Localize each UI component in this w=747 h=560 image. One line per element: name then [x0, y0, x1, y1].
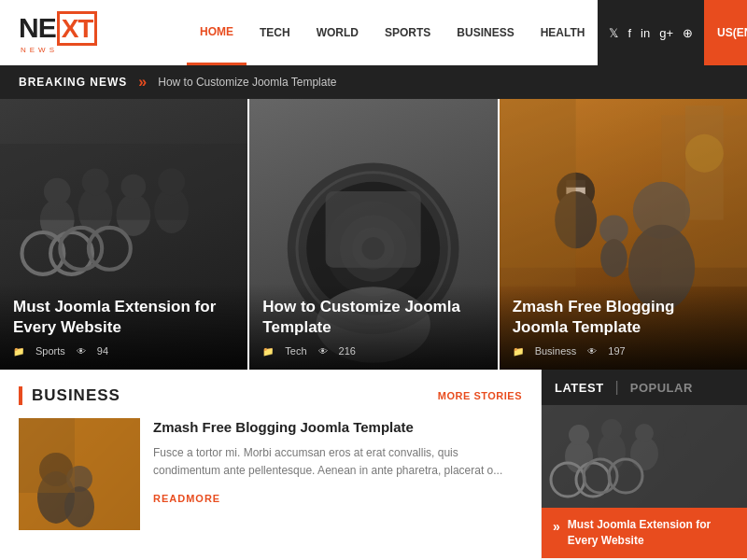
sidebar: LATEST | POPULAR — [542, 370, 747, 560]
tab-popular[interactable]: POPULAR — [630, 381, 693, 395]
svg-rect-20 — [326, 191, 421, 268]
hero-card-1-category: Sports — [35, 345, 65, 357]
svg-point-47 — [635, 424, 654, 442]
readmore-link[interactable]: READMORE — [153, 493, 220, 504]
folder-icon-2: 📁 — [262, 346, 274, 357]
facebook-icon[interactable]: f — [627, 26, 631, 40]
business-section: BUSINESS MORE STORIES Zmash Free Bloggin… — [0, 370, 542, 560]
breaking-news-text[interactable]: How to Customize Joomla Template — [158, 76, 336, 89]
svg-point-43 — [569, 425, 589, 445]
hero-card-2-category: Tech — [285, 345, 306, 357]
more-stories-link[interactable]: MORE STORIES — [438, 390, 522, 401]
svg-point-49 — [667, 417, 687, 438]
svg-point-32 — [685, 134, 724, 173]
hero-card-1[interactable]: Must Joomla Extension for Every Website … — [0, 99, 249, 370]
sidebar-divider: | — [615, 379, 619, 396]
hero-section: Must Joomla Extension for Every Website … — [0, 99, 747, 370]
hero-card-2-views: 216 — [339, 345, 356, 357]
language-button[interactable]: US(EN) ▼ — [704, 0, 747, 65]
main-nav: HOME TECH WORLD SPORTS BUSINESS HEALTH — [187, 0, 598, 65]
sidebar-story-title: Must Joomla Extension for Every Website — [568, 517, 736, 549]
twitter-icon[interactable]: 𝕏 — [609, 26, 618, 40]
google-plus-icon[interactable]: g+ — [659, 26, 673, 40]
sidebar-arrow-icon: » — [553, 519, 560, 534]
article-content: Zmash Free Blogging Joomla Template Fusc… — [153, 418, 522, 530]
logo-subtext: NEWS — [21, 46, 168, 54]
breaking-label: BREAKING NEWS — [19, 76, 127, 89]
nav-item-sports[interactable]: SPORTS — [372, 0, 444, 65]
hero-card-2[interactable]: How to Customize Joomla Template 📁 Tech … — [249, 99, 499, 370]
business-header: BUSINESS MORE STORIES — [19, 386, 522, 405]
hero-card-3-title: Zmash Free Blogging Joomla Template — [513, 297, 734, 338]
folder-icon: 📁 — [13, 346, 24, 357]
hero-card-2-title: How to Customize Joomla Template — [262, 297, 484, 338]
article-excerpt: Fusce a tortor mi. Morbi accumsan eros a… — [153, 444, 522, 480]
svg-point-28 — [600, 239, 627, 277]
language-label: US(EN) — [717, 26, 747, 39]
svg-point-11 — [89, 228, 131, 270]
breaking-arrows-icon: » — [138, 74, 147, 91]
svg-point-45 — [601, 419, 622, 440]
nav-item-health[interactable]: HEALTH — [528, 0, 599, 65]
logo: NEXT NEWS — [0, 0, 187, 65]
nav-item-business[interactable]: BUSINESS — [444, 0, 527, 65]
hero-card-1-views: 94 — [97, 345, 108, 357]
logo-text: NEXT — [19, 12, 97, 44]
hero-card-3-category: Business — [535, 345, 577, 357]
sidebar-header: LATEST | POPULAR — [542, 370, 747, 405]
eye-icon-2: 👁 — [318, 346, 328, 357]
svg-rect-12 — [0, 144, 247, 220]
hero-card-1-title: Must Joomla Extension for Every Website — [13, 297, 234, 338]
sidebar-image[interactable] — [542, 405, 747, 508]
hero-card-3[interactable]: Zmash Free Blogging Joomla Template 📁 Bu… — [500, 99, 747, 370]
linkedin-icon[interactable]: in — [641, 26, 650, 40]
article-thumbnail[interactable] — [19, 418, 140, 530]
tab-latest[interactable]: LATEST — [555, 381, 604, 395]
svg-rect-40 — [19, 418, 75, 493]
eye-icon: 👁 — [77, 346, 86, 357]
social-bar: 𝕏 f in g+ ⊕ — [598, 0, 704, 65]
folder-icon-3: 📁 — [513, 346, 524, 357]
nav-item-world[interactable]: WORLD — [303, 0, 372, 65]
article-title[interactable]: Zmash Free Blogging Joomla Template — [153, 418, 522, 437]
content-row: BUSINESS MORE STORIES Zmash Free Bloggin… — [0, 370, 747, 560]
svg-rect-29 — [500, 99, 576, 287]
breaking-news-bar: BREAKING NEWS » How to Customize Joomla … — [0, 65, 747, 99]
hero-card-3-views: 197 — [608, 345, 625, 357]
nav-item-home[interactable]: HOME — [187, 0, 247, 65]
nav-item-tech[interactable]: TECH — [247, 0, 303, 65]
pinterest-icon[interactable]: ⊕ — [683, 26, 693, 40]
eye-icon-3: 👁 — [587, 346, 597, 357]
business-section-title: BUSINESS — [32, 386, 120, 405]
business-article: Zmash Free Blogging Joomla Template Fusc… — [19, 418, 522, 530]
sidebar-story[interactable]: » Must Joomla Extension for Every Websit… — [542, 508, 747, 558]
